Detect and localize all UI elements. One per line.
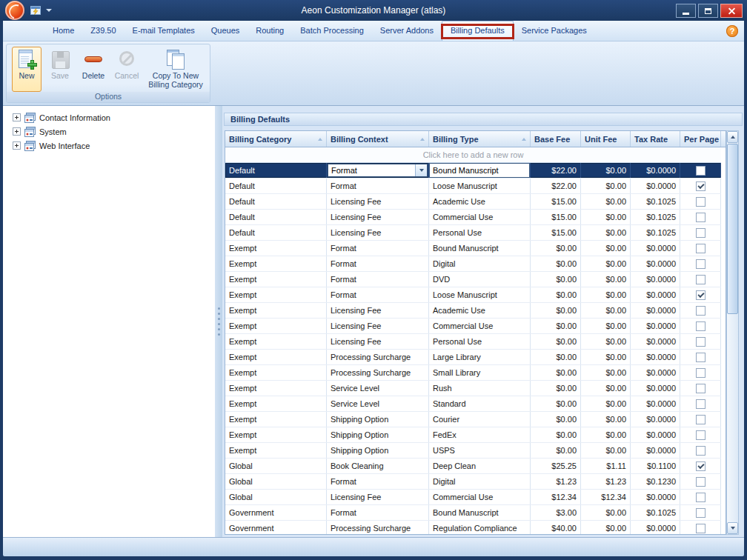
maximize-button[interactable] xyxy=(698,4,718,18)
cell-unit-fee[interactable]: $1.23 xyxy=(581,474,631,489)
cell-tax-rate[interactable]: $0.0000 xyxy=(631,319,680,333)
per-page-checkbox[interactable] xyxy=(696,166,706,176)
table-row[interactable]: ExemptFormatDVD$0.00$0.00$0.0000 xyxy=(225,272,721,287)
cell-tax-rate[interactable]: $0.0000 xyxy=(631,272,680,287)
cell-unit-fee[interactable]: $0.00 xyxy=(581,443,631,458)
cell-per-page[interactable] xyxy=(680,303,721,318)
column-header-billing-context[interactable]: Billing Context xyxy=(327,131,429,147)
cell-tax-rate[interactable]: $0.0000 xyxy=(631,334,680,349)
cell-unit-fee[interactable]: $0.00 xyxy=(581,521,631,535)
cell-billing-context[interactable]: Shipping Option xyxy=(327,412,429,427)
cell-billing-context[interactable]: Processing Surcharge xyxy=(327,350,429,364)
per-page-checkbox[interactable] xyxy=(696,213,706,222)
cell-unit-fee[interactable]: $0.00 xyxy=(581,272,631,287)
cell-billing-category[interactable]: Exempt xyxy=(225,241,327,256)
cell-billing-category[interactable]: Exempt xyxy=(225,396,327,411)
cell-billing-category[interactable]: Exempt xyxy=(225,272,327,287)
cell-per-page[interactable] xyxy=(680,225,721,240)
table-row[interactable]: ExemptLicensing FeePersonal Use$0.00$0.0… xyxy=(225,334,721,350)
cell-billing-context[interactable]: Licensing Fee xyxy=(327,334,429,349)
per-page-checkbox[interactable] xyxy=(696,337,706,347)
cell-tax-rate[interactable]: $0.0000 xyxy=(631,163,680,178)
per-page-checkbox[interactable] xyxy=(696,477,706,487)
scrollbar-thumb[interactable] xyxy=(727,144,738,314)
cell-unit-fee[interactable]: $0.00 xyxy=(581,319,631,333)
tab-service-packages[interactable]: Service Packages xyxy=(514,21,595,41)
grid-add-new-row[interactable]: Click here to add a new row xyxy=(225,147,721,163)
per-page-checkbox[interactable] xyxy=(696,275,706,284)
cell-unit-fee[interactable]: $1.11 xyxy=(581,459,631,473)
cell-tax-rate[interactable]: $0.0000 xyxy=(631,350,680,364)
cell-billing-type[interactable]: Digital xyxy=(429,256,531,271)
cell-per-page[interactable] xyxy=(680,365,721,380)
cell-billing-type[interactable]: Large Library xyxy=(429,350,531,364)
per-page-checkbox[interactable] xyxy=(696,399,706,409)
cell-base-fee[interactable]: $0.00 xyxy=(531,350,581,364)
per-page-checkbox[interactable] xyxy=(696,197,706,207)
cell-base-fee[interactable]: $15.00 xyxy=(531,225,581,240)
per-page-checkbox[interactable] xyxy=(696,384,706,393)
table-row[interactable]: ExemptProcessing SurchargeSmall Library$… xyxy=(225,365,721,381)
cell-tax-rate[interactable]: $0.0000 xyxy=(631,241,680,256)
cell-tax-rate[interactable]: $0.0000 xyxy=(631,287,680,302)
cell-per-page[interactable] xyxy=(680,521,721,535)
cell-base-fee[interactable]: $0.00 xyxy=(531,427,581,442)
cell-per-page[interactable] xyxy=(680,287,721,302)
table-row[interactable]: ExemptLicensing FeeCommercial Use$0.00$0… xyxy=(225,319,721,334)
table-row[interactable]: GovernmentFormatBound Manuscript$3.00$0.… xyxy=(225,505,721,521)
cell-base-fee[interactable]: $0.00 xyxy=(531,287,581,302)
cell-base-fee[interactable]: $0.00 xyxy=(531,241,581,256)
cell-billing-type[interactable]: Bound Manuscript xyxy=(429,241,531,256)
cell-per-page[interactable] xyxy=(680,443,721,458)
cell-billing-context[interactable]: Licensing Fee xyxy=(327,194,429,209)
cell-billing-type[interactable]: DVD xyxy=(429,272,531,287)
cell-billing-category[interactable]: Default xyxy=(225,225,327,240)
column-header-tax-rate[interactable]: Tax Rate xyxy=(631,131,680,147)
cell-billing-type[interactable]: Loose Manuscript xyxy=(429,179,531,193)
cell-base-fee[interactable]: $22.00 xyxy=(531,163,581,178)
cell-tax-rate[interactable]: $0.1230 xyxy=(631,474,680,489)
cell-billing-category[interactable]: Default xyxy=(225,194,327,209)
cell-billing-context[interactable]: Format xyxy=(327,272,429,287)
table-row[interactable]: GlobalBook CleaningDeep Clean$25.25$1.11… xyxy=(225,459,721,474)
tab-billing-defaults[interactable]: Billing Defaults xyxy=(442,21,514,41)
cell-unit-fee[interactable]: $0.00 xyxy=(581,381,631,396)
per-page-checkbox[interactable] xyxy=(696,306,706,316)
tab-z39-50[interactable]: Z39.50 xyxy=(82,21,124,41)
cell-billing-category[interactable]: Government xyxy=(225,521,327,535)
tab-queues[interactable]: Queues xyxy=(203,21,248,41)
cell-tax-rate[interactable]: $0.0000 xyxy=(631,256,680,271)
cell-unit-fee[interactable]: $0.00 xyxy=(581,194,631,209)
table-row[interactable]: ExemptService LevelRush$0.00$0.00$0.0000 xyxy=(225,381,721,396)
cell-billing-context[interactable]: Book Cleaning xyxy=(327,459,429,473)
cell-tax-rate[interactable]: $0.0000 xyxy=(631,381,680,396)
cell-unit-fee[interactable]: $0.00 xyxy=(581,303,631,318)
cell-billing-category[interactable]: Default xyxy=(225,163,327,178)
cell-base-fee[interactable]: $25.25 xyxy=(531,459,581,473)
cell-tax-rate[interactable]: $0.0000 xyxy=(631,412,680,427)
new-button[interactable]: New xyxy=(12,47,42,92)
table-row[interactable]: GlobalFormatDigital$1.23$1.23$0.1230 xyxy=(225,474,721,490)
cell-base-fee[interactable]: $0.00 xyxy=(531,396,581,411)
cell-per-page[interactable] xyxy=(680,272,721,287)
cell-billing-context[interactable]: Format xyxy=(327,287,429,302)
cell-billing-context[interactable]: Licensing Fee xyxy=(327,210,429,224)
qat-app-icon[interactable] xyxy=(30,4,42,16)
cell-billing-type[interactable]: Academic Use xyxy=(429,194,531,209)
cell-per-page[interactable] xyxy=(680,210,721,224)
tab-routing[interactable]: Routing xyxy=(248,21,292,41)
cell-billing-type[interactable]: Loose Manuscript xyxy=(429,287,531,302)
cell-base-fee[interactable]: $0.00 xyxy=(531,272,581,287)
column-header-billing-type[interactable]: Billing Type xyxy=(429,131,531,147)
cell-tax-rate[interactable]: $0.0000 xyxy=(631,427,680,442)
cell-billing-type[interactable]: Small Library xyxy=(429,365,531,380)
cell-per-page[interactable] xyxy=(680,334,721,349)
save-button[interactable]: Save xyxy=(45,47,75,92)
cell-billing-category[interactable]: Global xyxy=(225,459,327,473)
cell-base-fee[interactable]: $0.00 xyxy=(531,365,581,380)
cell-per-page[interactable] xyxy=(680,505,721,520)
cell-per-page[interactable] xyxy=(680,490,721,504)
cell-billing-type[interactable]: Commercial Use xyxy=(429,319,531,333)
tab-batch-processing[interactable]: Batch Processing xyxy=(292,21,372,41)
cell-billing-category[interactable]: Exempt xyxy=(225,287,327,302)
